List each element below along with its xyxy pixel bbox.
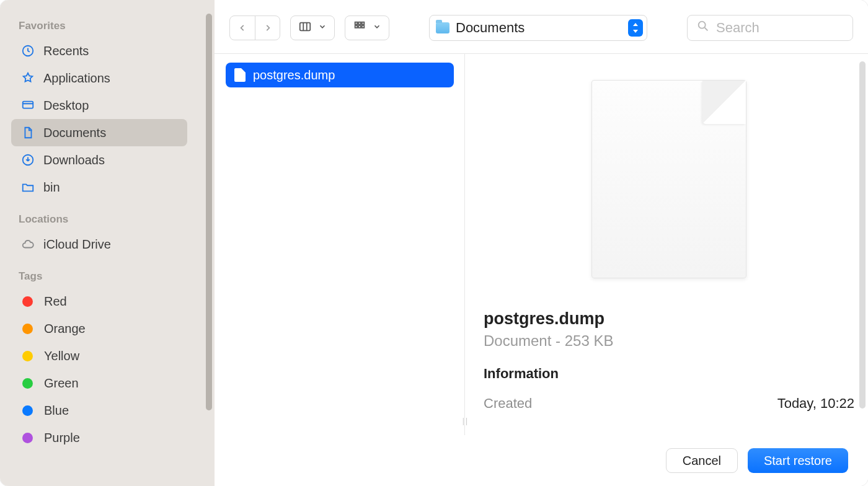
preview-info-heading: Information bbox=[484, 366, 854, 382]
cancel-button[interactable]: Cancel bbox=[666, 448, 738, 473]
sidebar: Favorites Recents Applications Desktop bbox=[0, 0, 215, 486]
sidebar-item-bin[interactable]: bin bbox=[11, 174, 187, 201]
location-label: Documents bbox=[456, 20, 628, 36]
svg-rect-6 bbox=[362, 22, 365, 25]
sidebar-item-recents[interactable]: Recents bbox=[11, 37, 187, 64]
toolbar: Documents Search bbox=[215, 0, 868, 54]
tag-label: Yellow bbox=[44, 349, 79, 363]
sidebar-item-label: iCloud Drive bbox=[43, 237, 111, 252]
cloud-icon bbox=[19, 237, 37, 251]
svg-rect-4 bbox=[355, 22, 358, 25]
sidebar-item-label: Recents bbox=[43, 44, 89, 58]
start-restore-button[interactable]: Start restore bbox=[748, 448, 848, 473]
preview-subtitle: Document - 253 KB bbox=[484, 332, 854, 350]
grid-icon bbox=[353, 20, 366, 36]
location-select[interactable]: Documents bbox=[429, 15, 647, 41]
main-panel: Documents Search postgres.dump bbox=[215, 0, 868, 486]
svg-rect-3 bbox=[300, 23, 311, 31]
file-open-dialog: Favorites Recents Applications Desktop bbox=[0, 0, 868, 486]
folder-icon bbox=[436, 22, 450, 33]
tag-item-yellow[interactable]: Yellow bbox=[11, 342, 187, 369]
tags-heading: Tags bbox=[11, 258, 215, 288]
svg-point-10 bbox=[699, 22, 706, 29]
svg-rect-7 bbox=[355, 25, 358, 28]
tag-item-blue[interactable]: Blue bbox=[11, 397, 187, 424]
favorites-heading: Favorites bbox=[11, 7, 215, 37]
preview-created-value: Today, 10:22 bbox=[777, 395, 854, 412]
tag-label: Orange bbox=[44, 322, 86, 336]
tag-item-orange[interactable]: Orange bbox=[11, 315, 187, 342]
tag-dot-icon bbox=[22, 405, 33, 416]
svg-rect-1 bbox=[23, 102, 33, 108]
sidebar-item-label: Documents bbox=[43, 126, 106, 140]
svg-rect-5 bbox=[358, 22, 361, 25]
tag-dot-icon bbox=[22, 296, 33, 307]
preview-column: postgres.dump Document - 253 KB Informat… bbox=[465, 54, 868, 435]
tag-item-red[interactable]: Red bbox=[11, 288, 187, 315]
chevron-down-icon bbox=[318, 22, 327, 33]
search-input[interactable]: Search bbox=[687, 15, 853, 41]
tag-dot-icon bbox=[22, 433, 33, 443]
sidebar-item-label: Desktop bbox=[43, 99, 89, 113]
file-list-column: postgres.dump || bbox=[215, 54, 465, 435]
view-columns-control[interactable] bbox=[290, 15, 335, 40]
sidebar-item-icloud[interactable]: iCloud Drive bbox=[11, 231, 187, 258]
columns-icon bbox=[298, 20, 312, 36]
applications-icon bbox=[19, 71, 37, 85]
sidebar-item-applications[interactable]: Applications bbox=[11, 64, 187, 92]
sidebar-item-label: bin bbox=[43, 180, 60, 195]
content-area: postgres.dump || postgres.dump Document … bbox=[215, 54, 868, 435]
back-button[interactable] bbox=[230, 16, 255, 40]
file-name: postgres.dump bbox=[253, 68, 335, 82]
preview-created-row: Created Today, 10:22 bbox=[484, 395, 854, 412]
forward-button[interactable] bbox=[255, 16, 280, 40]
group-by-control[interactable] bbox=[345, 15, 389, 40]
download-icon bbox=[19, 153, 37, 167]
desktop-icon bbox=[19, 99, 37, 112]
tag-label: Green bbox=[44, 376, 79, 391]
tag-label: Blue bbox=[44, 404, 69, 418]
svg-rect-9 bbox=[362, 25, 365, 28]
search-placeholder: Search bbox=[716, 20, 760, 36]
sidebar-item-label: Downloads bbox=[43, 153, 105, 167]
tag-dot-icon bbox=[22, 378, 33, 389]
updown-stepper-icon bbox=[628, 19, 643, 37]
preview-filename: postgres.dump bbox=[484, 309, 854, 329]
preview-created-label: Created bbox=[484, 395, 532, 412]
tag-dot-icon bbox=[22, 351, 33, 361]
preview-scrollbar[interactable] bbox=[859, 61, 866, 409]
file-row-selected[interactable]: postgres.dump bbox=[226, 63, 454, 87]
tag-item-green[interactable]: Green bbox=[11, 369, 187, 397]
document-icon bbox=[19, 126, 37, 139]
folder-icon bbox=[19, 180, 37, 194]
sidebar-item-label: Applications bbox=[43, 71, 110, 86]
search-icon bbox=[696, 19, 710, 37]
locations-heading: Locations bbox=[11, 201, 215, 231]
sidebar-scrollbar[interactable] bbox=[206, 14, 212, 410]
sidebar-item-documents[interactable]: Documents bbox=[11, 119, 187, 146]
clock-icon bbox=[19, 44, 37, 58]
file-icon bbox=[234, 68, 246, 82]
tag-dot-icon bbox=[22, 324, 33, 334]
tag-label: Purple bbox=[44, 431, 80, 445]
sidebar-item-downloads[interactable]: Downloads bbox=[11, 146, 187, 174]
sidebar-item-desktop[interactable]: Desktop bbox=[11, 92, 187, 119]
dialog-footer: Cancel Start restore bbox=[215, 435, 868, 486]
svg-rect-8 bbox=[358, 25, 361, 28]
tag-item-purple[interactable]: Purple bbox=[11, 424, 187, 451]
tag-label: Red bbox=[44, 294, 67, 309]
nav-group bbox=[229, 15, 280, 40]
chevron-down-icon bbox=[373, 22, 381, 33]
preview-thumbnail bbox=[591, 80, 746, 278]
